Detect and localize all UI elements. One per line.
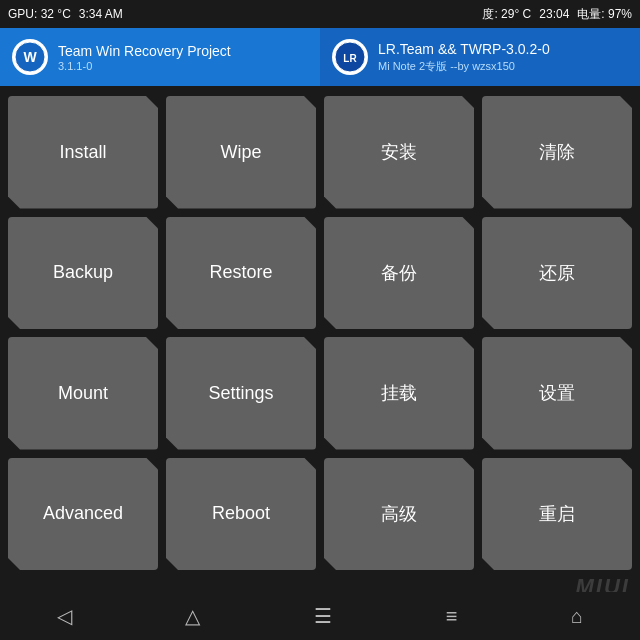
restore-cn-button[interactable]: 还原 (482, 217, 632, 330)
twrp-header-text: Team Win Recovery Project 3.1.1-0 (58, 42, 231, 72)
nav-bar: ◁ △ ☰ ≡ ⌂ (0, 592, 640, 640)
lr-title: LR.Team && TWRP-3.0.2-0 (378, 40, 550, 58)
clear-cn-button[interactable]: 清除 (482, 96, 632, 209)
lr-subtitle: Mi Note 2专版 --by wzsx150 (378, 59, 550, 74)
header-left: W Team Win Recovery Project 3.1.1-0 (0, 28, 320, 86)
mount-button[interactable]: Mount (8, 337, 158, 450)
wipe-button[interactable]: Wipe (166, 96, 316, 209)
settings-button[interactable]: Settings (166, 337, 316, 450)
svg-text:LR: LR (343, 53, 357, 64)
battery: 电量: 97% (577, 6, 632, 23)
status-bar: GPU: 32 °C 3:34 AM 度: 29° C 23:04 电量: 97… (0, 0, 640, 28)
install-cn-button[interactable]: 安装 (324, 96, 474, 209)
advanced-button[interactable]: Advanced (8, 458, 158, 571)
header-right: LR LR.Team && TWRP-3.0.2-0 Mi Note 2专版 -… (320, 28, 640, 86)
home-nav-icon[interactable]: △ (177, 596, 208, 636)
temp: 度: 29° C (482, 6, 531, 23)
status-bar-left: GPU: 32 °C 3:34 AM (8, 7, 123, 21)
settings-cn-button[interactable]: 设置 (482, 337, 632, 450)
clock: 23:04 (539, 7, 569, 21)
reboot-button[interactable]: Reboot (166, 458, 316, 571)
lr-header-text: LR.Team && TWRP-3.0.2-0 Mi Note 2专版 --by… (378, 40, 550, 73)
twrp-title: Team Win Recovery Project (58, 42, 231, 60)
advanced-cn-button[interactable]: 高级 (324, 458, 474, 571)
restore-button[interactable]: Restore (166, 217, 316, 330)
svg-text:W: W (23, 49, 37, 65)
install-button[interactable]: Install (8, 96, 158, 209)
header: W Team Win Recovery Project 3.1.1-0 LR L… (0, 28, 640, 86)
recent-nav-icon[interactable]: ≡ (438, 597, 466, 636)
back-nav-icon[interactable]: ◁ (49, 596, 80, 636)
menu-nav-icon[interactable]: ☰ (306, 596, 340, 636)
twrp-logo: W (12, 39, 48, 75)
twrp-version: 3.1.1-0 (58, 60, 231, 72)
backup-button[interactable]: Backup (8, 217, 158, 330)
status-bar-right: 度: 29° C 23:04 电量: 97% (482, 6, 632, 23)
gpu-temp: GPU: 32 °C (8, 7, 71, 21)
mount-cn-button[interactable]: 挂载 (324, 337, 474, 450)
main-grid: Install Wipe 安装 清除 Backup Restore 备份 还原 … (0, 86, 640, 580)
home2-nav-icon[interactable]: ⌂ (563, 597, 591, 636)
reboot-cn-button[interactable]: 重启 (482, 458, 632, 571)
time: 3:34 AM (79, 7, 123, 21)
backup-cn-button[interactable]: 备份 (324, 217, 474, 330)
lr-logo: LR (332, 39, 368, 75)
